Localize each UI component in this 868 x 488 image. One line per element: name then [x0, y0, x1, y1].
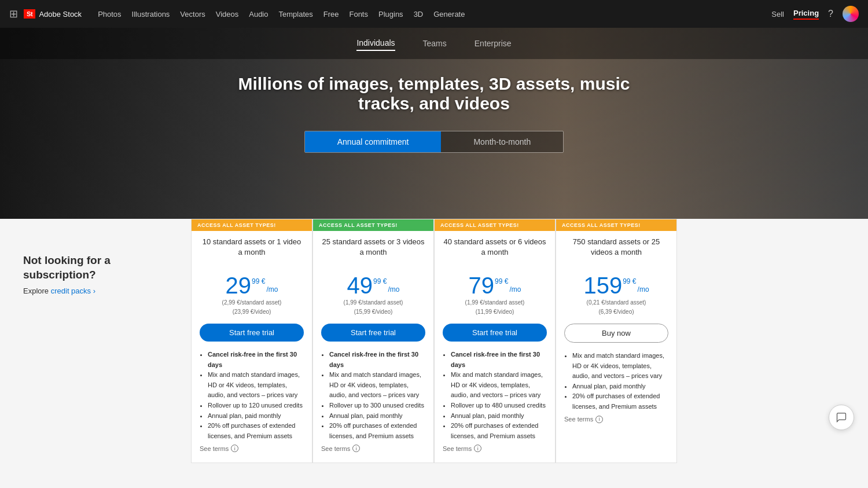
info-icon: i: [352, 445, 360, 452]
card-4-price-row: 159 99 € /mo: [564, 274, 668, 297]
sub-nav-teams[interactable]: Teams: [423, 36, 447, 50]
feature-item: Mix and match standard images, HD or 4K …: [451, 370, 547, 401]
feature-item: Rollover up to 480 unused credits: [451, 401, 547, 411]
card-2-features: Cancel risk-free in the first 30 days Mi…: [321, 350, 425, 441]
card-4-features: Mix and match standard images, HD or 4K …: [564, 351, 668, 412]
feature-item: Annual plan, paid monthly: [451, 411, 547, 421]
info-icon: i: [595, 416, 603, 423]
card-3-price-mo: /mo: [509, 285, 521, 293]
nav-links: Photos Illustrations Vectors Videos Audi…: [93, 8, 771, 21]
card-1-see-terms[interactable]: See terms i: [200, 445, 304, 452]
feature-item: Cancel risk-free in the first 30 days: [208, 350, 304, 370]
nav-link-audio[interactable]: Audio: [244, 8, 273, 21]
help-icon[interactable]: ?: [828, 9, 833, 19]
nav-sell[interactable]: Sell: [771, 10, 784, 19]
feature-item: 20% off purchases of extended licenses, …: [329, 421, 425, 441]
card-3-per-asset: (1,99 €/standard asset) (11,99 €/video): [443, 298, 547, 317]
info-icon: i: [231, 445, 238, 452]
card-1-features: Cancel risk-free in the first 30 days Mi…: [200, 350, 304, 441]
nav-link-templates[interactable]: Templates: [274, 8, 317, 21]
card-2-price-main: 49: [347, 274, 373, 297]
card-4-see-terms[interactable]: See terms i: [564, 416, 668, 423]
feature-item: 20% off purchases of extended licenses, …: [572, 391, 668, 412]
card-1-badge: ACCESS ALL ASSET TYPES!: [192, 219, 312, 231]
pricing-card-3: ACCESS ALL ASSET TYPES! 40 standard asse…: [434, 219, 556, 463]
month-to-month-button[interactable]: Month-to-month: [441, 131, 563, 152]
card-2-cta-button[interactable]: Start free trial: [321, 324, 425, 342]
card-1-desc: 10 standard assets or 1 video a month: [200, 237, 304, 266]
card-2-price-mo: /mo: [388, 285, 399, 293]
card-2-price-sup: 99 €: [373, 277, 387, 285]
nav-logo[interactable]: St Adobe Stock: [24, 9, 82, 19]
card-4-body: 750 standard assets or 25 videos a month…: [556, 237, 676, 423]
nav-link-illustrations[interactable]: Illustrations: [127, 8, 175, 21]
feature-item: Cancel risk-free in the first 30 days: [451, 350, 547, 370]
card-4-price-sup: 99 €: [623, 277, 636, 285]
nav-link-videos[interactable]: Videos: [211, 8, 244, 21]
nav-link-3d[interactable]: 3D: [409, 8, 428, 21]
card-3-desc: 40 standard assets or 6 videos a month: [443, 237, 547, 266]
not-sub-title: Not looking for a subscription?: [23, 254, 139, 282]
card-1-price-sup: 99 €: [252, 277, 265, 285]
chat-icon: [836, 412, 847, 423]
sub-nav-individuals[interactable]: Individuals: [356, 36, 395, 51]
card-3-price-main: 79: [469, 274, 495, 297]
nav-link-free[interactable]: Free: [319, 8, 344, 21]
card-2-see-terms[interactable]: See terms i: [321, 445, 425, 452]
pricing-card-4: ACCESS ALL ASSET TYPES! 750 standard ass…: [556, 219, 677, 463]
card-3-see-terms[interactable]: See terms i: [443, 445, 547, 452]
credit-packs-link[interactable]: credit packs ›: [51, 287, 95, 295]
card-4-price-main: 159: [583, 274, 622, 297]
logo-text: Adobe Stock: [39, 10, 82, 19]
nav-link-plugins[interactable]: Plugins: [374, 8, 408, 21]
feature-item: Annual plan, paid monthly: [208, 411, 304, 421]
card-4-per-asset: (0,21 €/standard asset) (6,39 €/video): [564, 298, 668, 317]
nav-right: Sell Pricing ?: [771, 6, 859, 22]
hero-title: Millions of images, templates, 3D assets…: [208, 74, 660, 113]
nav-link-generate[interactable]: Generate: [429, 8, 469, 21]
card-1-cta-button[interactable]: Start free trial: [200, 324, 304, 342]
pricing-card-1: ACCESS ALL ASSET TYPES! 10 standard asse…: [191, 219, 312, 463]
apps-grid-icon[interactable]: ⊞: [9, 8, 18, 20]
feature-item: 20% off purchases of extended licenses, …: [451, 421, 547, 441]
feature-item: Mix and match standard images, HD or 4K …: [329, 370, 425, 401]
card-1-body: 10 standard assets or 1 video a month 29…: [192, 237, 312, 452]
card-2-price-row: 49 99 € /mo: [321, 274, 425, 297]
user-avatar[interactable]: [843, 6, 859, 22]
feature-item: 20% off purchases of extended licenses, …: [208, 421, 304, 441]
card-3-badge: ACCESS ALL ASSET TYPES!: [435, 219, 555, 231]
feature-item: Mix and match standard images, HD or 4K …: [208, 370, 304, 401]
nav-link-photos[interactable]: Photos: [93, 8, 126, 21]
billing-toggle: Annual commitment Month-to-month: [304, 131, 564, 153]
nav-link-vectors[interactable]: Vectors: [175, 8, 209, 21]
feature-item: Mix and match standard images, HD or 4K …: [572, 351, 668, 381]
card-1-price-row: 29 99 € /mo: [200, 274, 304, 297]
card-4-badge: ACCESS ALL ASSET TYPES!: [556, 219, 676, 231]
pricing-card-2: ACCESS ALL ASSET TYPES! 25 standard asse…: [312, 219, 434, 463]
card-3-cta-button[interactable]: Start free trial: [443, 324, 547, 342]
feature-item: Annual plan, paid monthly: [572, 381, 668, 392]
nav-pricing[interactable]: Pricing: [793, 9, 819, 20]
card-3-body: 40 standard assets or 6 videos a month 7…: [435, 237, 555, 452]
chat-button[interactable]: [829, 405, 854, 430]
card-1-price-main: 29: [226, 274, 252, 297]
card-4-desc: 750 standard assets or 25 videos a month: [564, 237, 668, 266]
nav-link-fonts[interactable]: Fonts: [344, 8, 373, 21]
card-3-features: Cancel risk-free in the first 30 days Mi…: [443, 350, 547, 441]
sub-nav: Individuals Teams Enterprise: [0, 28, 868, 59]
card-3-price-row: 79 99 € /mo: [443, 274, 547, 297]
feature-item: Annual plan, paid monthly: [329, 411, 425, 421]
info-icon: i: [474, 445, 481, 452]
not-sub-text: Explore credit packs ›: [23, 287, 139, 295]
hero-section: Individuals Teams Enterprise Millions of…: [0, 28, 868, 219]
card-3-price-sup: 99 €: [495, 277, 508, 285]
card-1-per-asset: (2,99 €/standard asset) (23,99 €/video): [200, 298, 304, 317]
annual-commitment-button[interactable]: Annual commitment: [305, 131, 442, 152]
card-4-price-mo: /mo: [638, 285, 649, 293]
main-content: Not looking for a subscription? Explore …: [0, 219, 868, 488]
feature-item: Rollover up to 300 unused credits: [329, 401, 425, 411]
card-2-badge: ACCESS ALL ASSET TYPES!: [313, 219, 433, 231]
sub-nav-enterprise[interactable]: Enterprise: [475, 36, 512, 50]
card-4-cta-button[interactable]: Buy now: [564, 324, 668, 343]
card-1-price-mo: /mo: [266, 285, 278, 293]
